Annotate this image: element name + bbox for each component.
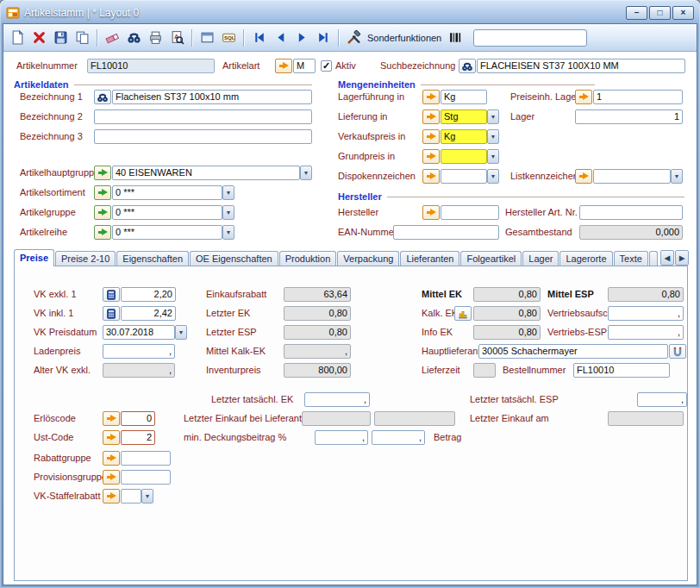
tab-clipped[interactable] bbox=[649, 251, 658, 266]
tab-produktion[interactable]: Produktion bbox=[279, 251, 337, 266]
tab-lieferanten[interactable]: Lieferanten bbox=[400, 251, 459, 266]
nav-previous-button[interactable] bbox=[270, 28, 291, 48]
artikelhauptgruppe-dropdown-button[interactable]: ▼ bbox=[300, 166, 312, 180]
ust-code-field[interactable]: 2 bbox=[121, 430, 155, 445]
suchbezeichnung-search-button[interactable] bbox=[459, 59, 476, 73]
preiseinh-lager-field[interactable]: 1 bbox=[593, 90, 683, 104]
bezeichnung3-field[interactable] bbox=[94, 129, 312, 144]
bezeichnung1-search-button[interactable] bbox=[94, 90, 111, 104]
bezeichnung1-field[interactable]: Flacheisen ST37 100x10 mm bbox=[112, 90, 312, 104]
vertriebs-esp-field[interactable]: , bbox=[608, 325, 684, 340]
hauptlieferant-magnet-button[interactable] bbox=[669, 344, 686, 359]
titlebar[interactable]: Artikelstamm | * Layout 0 – □ × bbox=[3, 3, 697, 23]
artikelreihe-lookup-button[interactable] bbox=[94, 225, 111, 240]
suchbezeichnung-field[interactable]: FLACHEISEN ST37 100X10 MM bbox=[477, 59, 685, 73]
erase-button[interactable] bbox=[102, 28, 122, 48]
lager-field[interactable]: 1 bbox=[575, 109, 683, 124]
hauptlieferant-field[interactable]: 30005 Schachermayer bbox=[478, 344, 668, 359]
vk-staffelrabatt-dropdown-button[interactable]: ▼ bbox=[141, 489, 153, 504]
listkennzeichen-dropdown-button[interactable]: ▼ bbox=[671, 169, 683, 184]
kalk-ek-chart-button[interactable] bbox=[454, 306, 472, 321]
nav-last-button[interactable] bbox=[313, 28, 334, 48]
tab-folgeartikel[interactable]: Folgeartikel bbox=[460, 251, 522, 266]
print-preview-button[interactable]: A bbox=[166, 28, 187, 48]
nav-next-button[interactable] bbox=[291, 28, 312, 48]
preiseinh-lager-lookup-button[interactable] bbox=[575, 90, 592, 104]
vertriebsaufschlag-field[interactable]: , bbox=[608, 306, 684, 321]
toolbar-command-input[interactable] bbox=[473, 29, 587, 47]
sonderfunktionen-button[interactable] bbox=[343, 28, 364, 48]
tab-oe-eigenschaften[interactable]: OE Eigenschaften bbox=[190, 251, 278, 266]
artikelhauptgruppe-lookup-button[interactable] bbox=[94, 166, 111, 180]
artikelreihe-field[interactable]: 0 *** bbox=[112, 225, 222, 240]
vk-staffelrabatt-lookup-button[interactable] bbox=[103, 489, 120, 504]
tab-preise[interactable]: Preise bbox=[14, 249, 54, 266]
tab-lagerorte[interactable]: Lagerorte bbox=[559, 251, 612, 266]
tab-scroll-right-button[interactable]: ▶ bbox=[675, 250, 689, 266]
lagerfuehrung-field[interactable]: Kg bbox=[441, 90, 487, 104]
close-button[interactable]: × bbox=[672, 6, 694, 20]
vk-inkl-calculator-button[interactable] bbox=[103, 306, 120, 321]
copy-button[interactable] bbox=[72, 28, 92, 48]
tab-texte[interactable]: Texte bbox=[614, 251, 648, 266]
vk-exkl-field[interactable]: 2,20 bbox=[121, 287, 176, 302]
new-button[interactable] bbox=[7, 28, 28, 48]
artikelart-lookup-button[interactable] bbox=[275, 59, 292, 73]
hersteller-lookup-button[interactable] bbox=[422, 205, 440, 220]
artikelgruppe-dropdown-button[interactable]: ▼ bbox=[222, 205, 234, 220]
hersteller-field[interactable] bbox=[441, 205, 499, 220]
hersteller-artnr-field[interactable] bbox=[579, 205, 683, 220]
dispokennzeichen-field[interactable] bbox=[441, 169, 487, 184]
aktiv-checkbox[interactable]: ✓ bbox=[321, 60, 332, 72]
artikelreihe-dropdown-button[interactable]: ▼ bbox=[222, 225, 234, 240]
erloescode-field[interactable]: 0 bbox=[121, 411, 155, 426]
lieferung-lookup-button[interactable] bbox=[422, 109, 440, 124]
sonderfunktionen-label[interactable]: Sonderfunktionen bbox=[367, 33, 441, 43]
maximize-button[interactable]: □ bbox=[649, 6, 671, 20]
listkennzeichen-lookup-button[interactable] bbox=[575, 169, 592, 184]
ust-code-lookup-button[interactable] bbox=[103, 430, 120, 445]
artikelsortiment-dropdown-button[interactable]: ▼ bbox=[222, 185, 234, 200]
grundpreis-lookup-button[interactable] bbox=[422, 149, 440, 164]
tab-preise-2-10[interactable]: Preise 2-10 bbox=[55, 251, 116, 266]
list-button[interactable] bbox=[445, 28, 466, 48]
grundpreis-field[interactable] bbox=[441, 149, 487, 164]
artikelsortiment-lookup-button[interactable] bbox=[94, 185, 111, 200]
bestellnummer-field[interactable]: FL10010 bbox=[573, 363, 670, 378]
form-window-button[interactable] bbox=[197, 28, 217, 48]
bezeichnung2-field[interactable] bbox=[94, 109, 312, 124]
erloescode-lookup-button[interactable] bbox=[103, 411, 120, 426]
artikelart-field[interactable]: M bbox=[293, 59, 316, 73]
nav-first-button[interactable] bbox=[248, 28, 269, 48]
provisionsgruppe-field[interactable] bbox=[121, 470, 171, 485]
ean-field[interactable] bbox=[393, 225, 499, 240]
minimize-button[interactable]: – bbox=[626, 6, 647, 20]
lagerfuehrung-lookup-button[interactable] bbox=[422, 90, 440, 104]
rabattgruppe-field[interactable] bbox=[121, 451, 171, 466]
min-deckungsbeitrag-field-1[interactable]: , bbox=[315, 430, 368, 445]
delete-button[interactable] bbox=[28, 28, 49, 48]
artikelgruppe-lookup-button[interactable] bbox=[94, 205, 111, 220]
vk-inkl-field[interactable]: 2,42 bbox=[121, 306, 176, 321]
vk-preisdatum-dropdown-button[interactable]: ▼ bbox=[175, 325, 187, 340]
artikelhauptgruppe-field[interactable]: 40 EISENWAREN bbox=[112, 166, 300, 180]
letzter-tats-esp-field[interactable]: , bbox=[637, 392, 687, 407]
ladenpreis-field[interactable]: , bbox=[103, 344, 175, 359]
save-button[interactable] bbox=[50, 28, 71, 48]
tab-scroll-left-button[interactable]: ◀ bbox=[660, 250, 674, 266]
verkaufspreis-field[interactable]: Kg bbox=[441, 129, 487, 144]
grundpreis-dropdown-button[interactable]: ▼ bbox=[487, 149, 499, 164]
find-button[interactable] bbox=[123, 28, 144, 48]
lieferung-field[interactable]: Stg bbox=[441, 109, 487, 124]
verkaufspreis-lookup-button[interactable] bbox=[422, 129, 440, 144]
print-button[interactable] bbox=[145, 28, 166, 48]
lieferung-dropdown-button[interactable]: ▼ bbox=[487, 109, 499, 124]
dispokennzeichen-lookup-button[interactable] bbox=[422, 169, 440, 184]
listkennzeichen-field[interactable] bbox=[593, 169, 671, 184]
rabattgruppe-lookup-button[interactable] bbox=[103, 451, 120, 466]
dispokennzeichen-dropdown-button[interactable]: ▼ bbox=[487, 169, 499, 184]
artikelgruppe-field[interactable]: 0 *** bbox=[112, 205, 222, 220]
artikelsortiment-field[interactable]: 0 *** bbox=[112, 185, 222, 200]
min-deckungsbeitrag-field-2[interactable]: , bbox=[372, 430, 425, 445]
tab-eigenschaften[interactable]: Eigenschaften bbox=[116, 251, 189, 266]
